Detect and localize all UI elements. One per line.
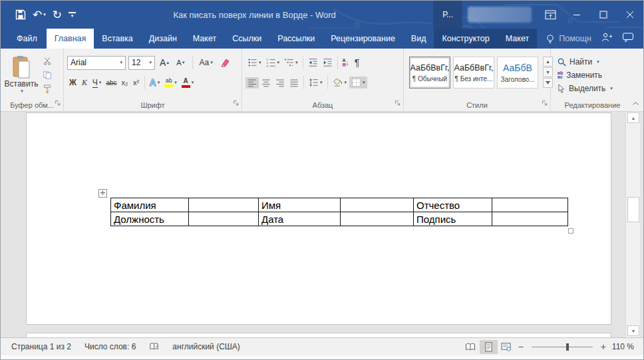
web-layout-button[interactable] — [498, 340, 516, 354]
highlight-dropdown-arrow[interactable]: ▾ — [174, 80, 177, 85]
bold-button[interactable]: Ж — [67, 77, 79, 89]
superscript-button[interactable]: x² — [131, 77, 142, 88]
tab-home[interactable]: Главная — [47, 29, 94, 49]
shading-button[interactable]: ▾ — [331, 77, 349, 89]
undo-button[interactable]: ↶▾ — [33, 8, 46, 22]
paste-button[interactable]: Вставить ▾ — [3, 54, 39, 95]
tab-file[interactable]: Файл — [7, 29, 47, 49]
tab-view[interactable]: Вид — [403, 29, 434, 49]
justify-button[interactable] — [287, 77, 301, 89]
document-page-2[interactable] — [26, 333, 611, 337]
grow-font-button[interactable]: A▲ — [158, 56, 172, 69]
word-count[interactable]: Число слов: 6 — [78, 342, 142, 351]
clear-formatting-button[interactable] — [218, 57, 232, 69]
replace-button[interactable]: abac Заменить — [551, 69, 634, 82]
page-indicator[interactable]: Страница 1 из 2 — [1, 342, 78, 351]
shading-dropdown-arrow[interactable]: ▾ — [345, 80, 347, 85]
table-cell[interactable]: Должность — [111, 212, 189, 226]
table-move-handle[interactable]: ✛ — [98, 189, 107, 198]
copy-button[interactable] — [39, 69, 55, 81]
ribbon-display-options-button[interactable] — [537, 1, 564, 29]
user-badge[interactable]: Р... — [433, 1, 462, 29]
decrease-indent-button[interactable] — [306, 57, 320, 69]
change-case-button[interactable]: Aa▾ — [198, 57, 215, 69]
styles-dialog-launcher[interactable] — [542, 96, 548, 108]
borders-button[interactable]: ▾ — [349, 77, 367, 89]
comments-button[interactable] — [622, 32, 634, 45]
find-dropdown-arrow[interactable]: ▾ — [597, 59, 599, 65]
font-color-button[interactable]: А ▾ — [180, 77, 196, 89]
share-button[interactable] — [601, 32, 613, 45]
tab-table-layout[interactable]: Макет — [498, 29, 537, 49]
style-normal[interactable]: АаБбВвГг, ¶ Обычный — [409, 57, 450, 89]
font-size-combobox[interactable]: 12 ▾ — [128, 56, 155, 70]
tab-mailings[interactable]: Рассылки — [269, 29, 323, 49]
bullets-button[interactable]: ▾ — [245, 57, 263, 69]
borders-dropdown-arrow[interactable]: ▾ — [363, 80, 365, 85]
scrollbar-thumb[interactable] — [627, 197, 639, 222]
table-cell[interactable] — [341, 198, 414, 212]
style-heading1[interactable]: АаБбВ Заголово... — [497, 57, 538, 89]
underline-dropdown-arrow[interactable]: ▾ — [99, 80, 102, 85]
italic-button[interactable]: К — [79, 77, 90, 89]
clipboard-dialog-launcher[interactable] — [55, 96, 61, 108]
table-cell[interactable] — [492, 212, 568, 226]
format-painter-button[interactable] — [39, 83, 55, 95]
proofing-status[interactable] — [142, 342, 166, 351]
collapse-ribbon-button[interactable] — [632, 96, 639, 108]
zoom-out-button[interactable]: − — [516, 341, 526, 352]
paragraph-dialog-launcher[interactable] — [395, 96, 401, 108]
table-cell[interactable]: Дата — [259, 212, 341, 226]
language-indicator[interactable]: английский (США) — [166, 342, 246, 351]
show-marks-button[interactable]: ¶ — [352, 56, 363, 69]
line-spacing-button[interactable]: ▾ — [307, 77, 325, 89]
sort-button[interactable]: АЯ ↓ — [341, 57, 351, 69]
table-resize-handle[interactable] — [568, 228, 573, 234]
minimize-button[interactable] — [564, 1, 590, 29]
redo-button[interactable]: ↻ — [53, 8, 62, 22]
align-left-button[interactable] — [245, 77, 259, 89]
table-cell[interactable] — [341, 212, 414, 226]
table-cell[interactable] — [492, 198, 568, 212]
font-dialog-launcher[interactable] — [233, 96, 239, 108]
maximize-button[interactable] — [590, 1, 617, 29]
strikethrough-button[interactable]: abc — [104, 78, 118, 88]
font-color-dropdown-arrow[interactable]: ▾ — [192, 80, 194, 85]
close-button[interactable] — [617, 1, 643, 29]
save-button[interactable] — [15, 9, 26, 20]
highlight-color-button[interactable]: ab ▾ — [162, 77, 179, 89]
style-no-spacing[interactable]: АаБбВвГг, ¶ Без инте... — [453, 57, 494, 89]
select-dropdown-arrow[interactable]: ▾ — [610, 86, 613, 91]
subscript-button[interactable]: x₂ — [120, 77, 130, 88]
zoom-level[interactable]: 110 % — [609, 342, 643, 351]
table-cell[interactable]: Подпись — [414, 212, 492, 226]
font-name-combobox[interactable]: Arial ▾ — [67, 56, 126, 70]
undo-dropdown-arrow[interactable]: ▾ — [43, 12, 46, 17]
multilevel-list-button[interactable]: ▾ — [282, 57, 300, 69]
tab-review[interactable]: Рецензирование — [323, 29, 403, 49]
table-cell[interactable]: Отчество — [414, 198, 492, 212]
zoom-slider[interactable] — [532, 347, 593, 347]
table-cell[interactable]: Имя — [259, 198, 341, 212]
underline-button[interactable]: Ч▾ — [90, 77, 104, 89]
zoom-in-button[interactable]: + — [598, 341, 609, 352]
find-button[interactable]: Найти ▾ — [551, 55, 634, 69]
text-effects-button[interactable]: А▾ — [148, 76, 162, 89]
read-mode-button[interactable] — [462, 340, 480, 354]
scroll-up-button[interactable]: ▲ — [627, 112, 639, 123]
table-cell[interactable] — [189, 212, 259, 226]
vertical-scrollbar[interactable]: ▲ ▼ — [625, 112, 640, 337]
print-layout-button[interactable] — [480, 340, 498, 354]
align-right-button[interactable] — [273, 77, 287, 89]
tab-insert[interactable]: Вставка — [94, 29, 140, 49]
tab-design[interactable]: Дизайн — [141, 29, 185, 49]
zoom-slider-thumb[interactable] — [566, 343, 569, 351]
table-cell[interactable]: Фамилия — [111, 198, 189, 212]
increase-indent-button[interactable] — [321, 57, 335, 69]
scroll-down-button[interactable]: ▼ — [627, 325, 639, 336]
tab-table-design[interactable]: Конструктор — [434, 29, 497, 49]
select-button[interactable]: Выделить ▾ — [551, 82, 634, 95]
customize-qat-button[interactable]: ▾ — [69, 12, 76, 17]
align-center-button[interactable] — [259, 77, 273, 89]
tab-references[interactable]: Ссылки — [224, 29, 269, 49]
